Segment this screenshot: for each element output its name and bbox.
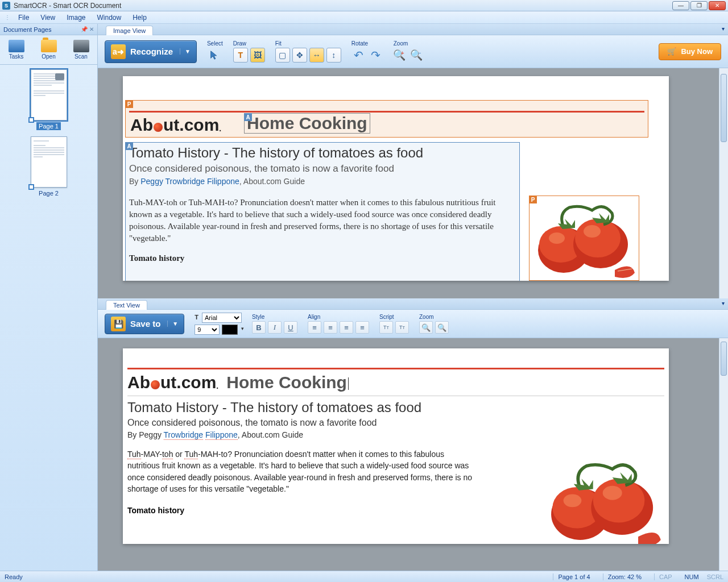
italic-button[interactable]: I	[268, 321, 282, 334]
draw-image-zone[interactable]: 🖼	[250, 48, 265, 63]
text-view-header: Text View ▾	[98, 298, 728, 310]
collapse-pane-icon[interactable]: ▾	[722, 26, 725, 32]
tasks-button[interactable]: Tasks	[9, 40, 24, 60]
draw-group: Draw T 🖼	[233, 40, 265, 63]
open-button[interactable]: Open	[41, 40, 57, 60]
rotate-right[interactable]: ↷	[369, 48, 383, 63]
text-zoom-out[interactable]: 🔍	[435, 321, 449, 334]
zoom-in[interactable]: 🔍+	[394, 48, 408, 63]
menu-file[interactable]: File	[14, 13, 34, 23]
scan-button[interactable]: Scan	[73, 40, 89, 60]
text-zoom-in[interactable]: 🔍	[419, 321, 433, 334]
text-page: Abut.com. Home Cooking Tomato History - …	[123, 348, 669, 544]
status-page: Page 1 of 4	[553, 573, 594, 580]
fit-both[interactable]: ✥	[292, 48, 307, 63]
recognize-button[interactable]: a➜ Recognize ▼	[105, 40, 197, 63]
thumbnail-label: Page 1	[36, 122, 61, 130]
rotate-label: Rotate	[351, 40, 383, 47]
superscript-button[interactable]: TT	[379, 321, 393, 334]
script-group: Script TT TT	[379, 314, 409, 334]
picture-zone-header[interactable]: P Abut.com. A Home Cooking	[125, 100, 648, 138]
page-thumbnails: Page 1 Page 2	[0, 65, 97, 571]
divider	[127, 368, 664, 369]
font-size-select[interactable]: 9	[195, 325, 220, 335]
sidebar: Document Pages 📌 ✕ Tasks Open Scan Page …	[0, 24, 98, 571]
bold-button[interactable]: B	[252, 321, 266, 334]
text-zone-article[interactable]: A Tomato History - The history of tomato…	[125, 142, 520, 281]
about-logo: Abut.com.	[127, 373, 218, 392]
align-justify[interactable]: ≡	[355, 321, 369, 334]
pointer-tool[interactable]	[207, 48, 222, 63]
font-color-picker[interactable]	[222, 325, 238, 335]
fit-page[interactable]: ▢	[275, 48, 290, 63]
image-view-header: Image View ▾	[98, 24, 728, 35]
scroll-thumb[interactable]	[721, 342, 727, 376]
menu-view[interactable]: View	[36, 13, 60, 23]
fit-height[interactable]: ↕	[326, 48, 341, 63]
fit-group: Fit ▢ ✥ ↔ ↕	[275, 40, 341, 63]
maximize-button[interactable]: ❐	[690, 1, 708, 10]
open-label: Open	[42, 53, 55, 60]
author-link[interactable]: Peggy Trowbridge Filippone	[140, 177, 239, 186]
align-left[interactable]: ≡	[308, 321, 321, 334]
thumbnail-page-2[interactable]: Page 2	[29, 136, 69, 197]
zoom-out[interactable]: 🔍−	[411, 48, 425, 63]
text-zone-section[interactable]: A Home Cooking	[244, 113, 370, 134]
style-group: Style B I U	[252, 314, 297, 334]
image-view-canvas[interactable]: P Abut.com. A Home Cooking A Tomato Hist…	[98, 68, 728, 298]
svg-point-10	[593, 479, 645, 522]
fit-width[interactable]: ↔	[309, 48, 324, 63]
image-view-tab[interactable]: Image View	[106, 26, 153, 35]
select-label: Select	[207, 40, 223, 47]
page-image: P Abut.com. A Home Cooking A Tomato Hist…	[123, 76, 669, 281]
recognize-dropdown-icon[interactable]: ▼	[180, 48, 191, 55]
subscript-button[interactable]: TT	[395, 321, 409, 334]
zone-tag-p: P	[125, 100, 133, 108]
picture-zone-tomato[interactable]: P	[529, 196, 639, 281]
window-title: SmartOCR - Smart OCR Document	[14, 2, 672, 10]
article-subhead[interactable]: Once considered poisonous, the tomato is…	[127, 418, 664, 428]
text-view-canvas[interactable]: Abut.com. Home Cooking Tomato History - …	[98, 338, 728, 571]
buy-now-button[interactable]: 🛒 Buy Now	[659, 43, 721, 60]
article-headline[interactable]: Tomato History - The history of tomatoes…	[127, 400, 664, 415]
rotate-left[interactable]: ↶	[351, 48, 366, 63]
menu-image[interactable]: Image	[62, 13, 90, 23]
underline-button[interactable]: U	[284, 321, 297, 334]
pin-icon[interactable]: 📌 ✕	[81, 26, 94, 32]
text-view-tab[interactable]: Text View	[106, 300, 147, 310]
recognize-label: Recognize	[130, 47, 173, 56]
tasks-icon	[9, 40, 24, 52]
text-caret	[348, 377, 349, 390]
close-button[interactable]: ✕	[709, 1, 726, 10]
svg-point-11	[603, 486, 622, 500]
zone-tag-p: P	[529, 196, 537, 203]
draw-text-zone[interactable]: T	[233, 48, 248, 63]
thumbnail-page-1[interactable]: Page 1	[29, 69, 69, 130]
scroll-thumb[interactable]	[721, 74, 727, 142]
align-right[interactable]: ≡	[340, 321, 353, 334]
save-to-button[interactable]: 💾 Save to ▼	[105, 314, 184, 334]
scan-label: Scan	[75, 53, 88, 60]
titlebar: S SmartOCR - Smart OCR Document — ❐ ✕	[0, 0, 728, 11]
cart-icon: 🛒	[667, 47, 676, 56]
article-subhead: Once considered poisonous, the tomato is…	[129, 163, 516, 174]
text-zoom-label: Zoom	[419, 314, 449, 320]
font-family-select[interactable]: Arial	[202, 313, 242, 323]
save-to-dropdown-icon[interactable]: ▼	[167, 321, 178, 327]
vertical-scrollbar[interactable]	[719, 338, 728, 571]
vertical-scrollbar[interactable]	[719, 68, 728, 298]
menu-window[interactable]: Window	[93, 13, 126, 23]
status-bar: Ready Page 1 of 4 Zoom: 42 % CAP NUM SCR…	[0, 571, 728, 582]
site-section: Home Cooking	[226, 373, 349, 392]
status-cap: CAP	[654, 573, 677, 580]
collapse-pane-icon[interactable]: ▾	[722, 300, 725, 306]
menu-help[interactable]: Help	[128, 13, 151, 23]
save-to-label: Save to	[130, 319, 160, 329]
minimize-button[interactable]: —	[672, 1, 689, 10]
align-group: Align ≡ ≡ ≡ ≡	[308, 314, 369, 334]
open-folder-icon	[41, 40, 57, 52]
align-center[interactable]: ≡	[324, 321, 337, 334]
article-byline[interactable]: By Peggy Trowbridge Filippone, About.com…	[127, 430, 664, 439]
article-byline: By Peggy Trowbridge Filippone, About.com…	[129, 177, 516, 186]
article-paragraph[interactable]: Tuh-MAY-toh or Tuh-MAH-to? Pronunciation…	[127, 448, 474, 494]
